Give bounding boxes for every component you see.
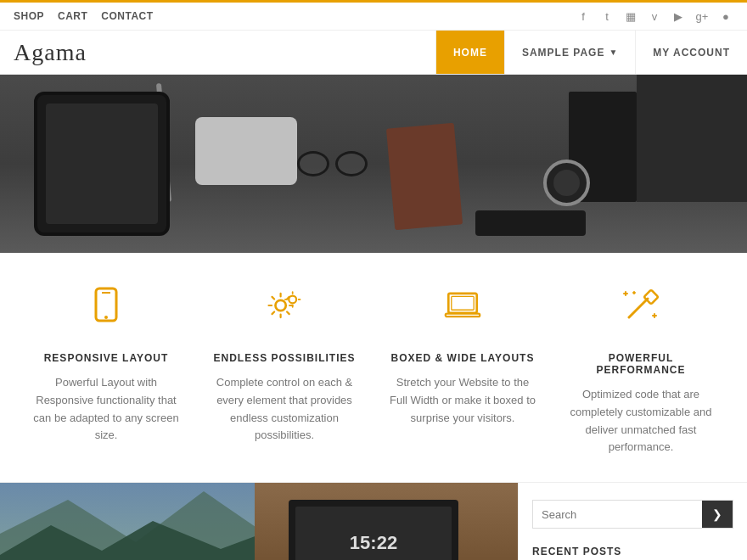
home-nav[interactable]: HOME (435, 31, 504, 74)
settings-icon (208, 287, 361, 342)
feature-layouts-title: BOXED & WIDE LAYOUTS (386, 352, 539, 364)
header: Agama HOME SAMPLE PAGE ▼ MY ACCOUNT (0, 31, 747, 75)
chevron-down-icon: ▼ (609, 48, 618, 57)
sample-page-nav[interactable]: SAMPLE PAGE ▼ (504, 31, 635, 74)
top-bar: SHOP CART CONTACT f t ▦ v ▶ g+ ● (0, 0, 747, 31)
contact-link[interactable]: CONTACT (101, 10, 153, 22)
flickr-icon[interactable]: ▦ (623, 8, 638, 24)
features-section: RESPONSIVE LAYOUT Powerful Layout with R… (0, 253, 747, 483)
svg-point-4 (289, 296, 296, 304)
feature-layouts-desc: Stretch your Website to the Full Width o… (386, 374, 539, 427)
main-content: 15:22 (0, 483, 518, 560)
feature-responsive-title: RESPONSIVE LAYOUT (30, 352, 183, 364)
svg-rect-6 (452, 296, 474, 310)
svg-text:15:22: 15:22 (350, 532, 397, 553)
glasses-object (297, 151, 382, 193)
svg-rect-7 (446, 314, 480, 317)
youtube-icon[interactable]: ▶ (671, 8, 686, 24)
site-logo[interactable]: Agama (14, 39, 87, 66)
watch-object (543, 160, 590, 206)
facebook-icon[interactable]: f (576, 8, 591, 24)
sidebar: ❯ RECENT POSTS ► Lorem Ipsum (518, 483, 747, 560)
desk-scene (0, 75, 747, 253)
my-account-nav[interactable]: MY ACCOUNT (635, 31, 747, 74)
feature-possibilities: ENDLESS POSSIBILITIES Complete control o… (195, 287, 374, 445)
feature-responsive-desc: Powerful Layout with Responsive function… (30, 374, 183, 445)
vimeo-icon[interactable]: v (647, 8, 662, 24)
post-featured-image: 15:22 (0, 483, 518, 560)
shop-link[interactable]: SHOP (14, 10, 44, 22)
bottom-section: 15:22 ❯ RECENT POSTS ► Lorem Ipsum (0, 483, 747, 560)
recent-posts-heading: RECENT POSTS (532, 546, 733, 560)
logo-area: Agama (0, 31, 435, 74)
search-box: ❯ (532, 500, 733, 529)
feature-performance-title: POWERFUL PERFORMANCE (564, 352, 717, 376)
social-icons: f t ▦ v ▶ g+ ● (576, 8, 733, 24)
glasses-right-lens (335, 151, 368, 176)
feature-performance: POWERFUL PERFORMANCE Optimized code that… (552, 287, 730, 456)
search-button[interactable]: ❯ (702, 501, 733, 528)
watch-face (553, 170, 580, 196)
box-object (637, 75, 747, 202)
gplus-icon[interactable]: g+ (694, 8, 710, 24)
twitter-icon[interactable]: t (599, 8, 615, 24)
hero-banner (0, 75, 747, 253)
svg-point-1 (104, 316, 108, 319)
main-nav: HOME SAMPLE PAGE ▼ MY ACCOUNT (435, 31, 747, 74)
rss-icon[interactable]: ● (718, 8, 733, 24)
glasses-left-lens (297, 151, 329, 176)
top-bar-links: SHOP CART CONTACT (14, 10, 154, 22)
svg-point-3 (275, 300, 285, 311)
laptop-icon (386, 287, 539, 342)
feature-layouts: BOXED & WIDE LAYOUTS Stretch your Websit… (374, 287, 552, 427)
feature-possibilities-title: ENDLESS POSSIBILITIES (208, 352, 361, 364)
cart-link[interactable]: CART (58, 10, 87, 22)
feature-possibilities-desc: Complete control on each & every element… (208, 374, 361, 445)
post-image-svg: 15:22 (0, 483, 518, 560)
wand-icon (564, 287, 717, 342)
svg-line-8 (629, 299, 648, 317)
mobile-icon (30, 287, 183, 342)
usb-object (475, 210, 586, 236)
trackpad-object (195, 117, 297, 185)
tablet-screen (46, 104, 158, 224)
book-object (386, 123, 463, 231)
search-input[interactable] (533, 501, 702, 528)
feature-performance-desc: Optimized code that are completely custo… (564, 386, 717, 456)
feature-responsive: RESPONSIVE LAYOUT Powerful Layout with R… (17, 287, 195, 445)
tablet-object (34, 92, 170, 236)
